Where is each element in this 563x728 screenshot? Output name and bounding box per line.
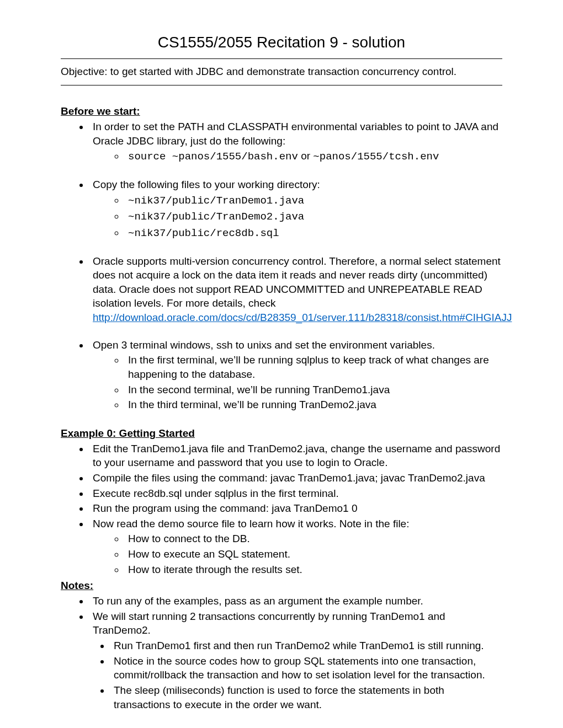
heading-notes: Notes: bbox=[61, 579, 502, 593]
before-item-2-sub-3: ~nik37/public/rec8db.sql bbox=[125, 226, 502, 241]
before-item-4-sub-3: In the third terminal, we’ll be running … bbox=[125, 398, 502, 412]
file-1: ~nik37/public/TranDemo1.java bbox=[128, 195, 304, 207]
example0-item-4: Run the program using the command: java … bbox=[89, 501, 502, 516]
notes-item-2: We will start running 2 transactions con… bbox=[89, 609, 502, 711]
before-item-2-sub-1: ~nik37/public/TranDemo1.java bbox=[125, 193, 502, 208]
oracle-link[interactable]: http://download.oracle.com/docs/cd/B2835… bbox=[93, 312, 512, 323]
objective-text: Objective: to get started with JDBC and … bbox=[61, 65, 502, 79]
notes-item-2-sub-3: The sleep (miliseconds) function is used… bbox=[110, 683, 502, 711]
source-prefix: source bbox=[128, 151, 172, 163]
before-item-1-sub: source ~panos/1555/bash.env or ~panos/15… bbox=[93, 149, 502, 164]
before-list-3: Oracle supports multi-version concurrenc… bbox=[61, 254, 502, 325]
file-2: ~nik37/public/TranDemo2.java bbox=[128, 211, 304, 223]
notes-item-1: To run any of the examples, pass as an a… bbox=[89, 594, 502, 608]
example0-item-3: Execute rec8db.sql under sqlplus in the … bbox=[89, 486, 502, 501]
example0-item-5-text: Now read the demo source file to learn h… bbox=[93, 518, 409, 529]
source-code-2: ~panos/1555/tcsh.env bbox=[313, 151, 439, 163]
before-item-1-sub-1: source ~panos/1555/bash.env or ~panos/15… bbox=[125, 149, 502, 164]
example0-item-5-sub: How to connect to the DB. How to execute… bbox=[93, 532, 502, 576]
page: CS1555/2055 Recitation 9 - solution Obje… bbox=[0, 0, 563, 728]
example0-item-2: Compile the files using the command: jav… bbox=[89, 471, 502, 485]
notes-item-2-sub-1: Run TranDemo1 first and then run TranDem… bbox=[110, 639, 502, 653]
example0-list: Edit the TranDemo1.java file and TranDem… bbox=[61, 442, 502, 577]
before-item-2-sub-2: ~nik37/public/TranDemo2.java bbox=[125, 209, 502, 224]
before-item-2-sub: ~nik37/public/TranDemo1.java ~nik37/publ… bbox=[93, 193, 502, 241]
heading-before: Before we start: bbox=[61, 104, 502, 119]
heading-example0: Example 0: Getting Started bbox=[61, 426, 502, 441]
before-item-4-text: Open 3 terminal windows, ssh to unixs an… bbox=[93, 339, 435, 351]
source-mid: or bbox=[298, 150, 313, 162]
before-item-4-sub: In the first terminal, we’ll be running … bbox=[93, 353, 502, 412]
before-item-1: In order to set the PATH and CLASSPATH e… bbox=[89, 120, 502, 164]
example0-item-1: Edit the TranDemo1.java file and TranDem… bbox=[89, 442, 502, 470]
example0-item-5-sub-3: How to iterate through the results set. bbox=[125, 563, 502, 577]
before-list-4: Open 3 terminal windows, ssh to unixs an… bbox=[61, 338, 502, 412]
notes-item-2-text: We will start running 2 transactions con… bbox=[93, 611, 445, 636]
file-3: ~nik37/public/rec8db.sql bbox=[128, 227, 279, 239]
before-list-2: Copy the following files to your working… bbox=[61, 178, 502, 241]
before-item-2: Copy the following files to your working… bbox=[89, 178, 502, 241]
notes-list: To run any of the examples, pass as an a… bbox=[61, 594, 502, 711]
rule-under-objective bbox=[61, 85, 502, 85]
before-item-3-text: Oracle supports multi-version concurrenc… bbox=[93, 255, 501, 309]
notes-item-2-sub: Run TranDemo1 first and then run TranDem… bbox=[93, 639, 502, 711]
before-item-4-sub-1: In the first terminal, we’ll be running … bbox=[125, 353, 502, 381]
rule-top bbox=[61, 58, 502, 59]
example0-item-5-sub-1: How to connect to the DB. bbox=[125, 532, 502, 546]
source-code-1: ~panos/1555/bash.env bbox=[172, 151, 298, 163]
before-item-2-text: Copy the following files to your working… bbox=[93, 179, 320, 190]
before-item-4-sub-2: In the second terminal, we’ll be running… bbox=[125, 383, 502, 397]
before-item-4: Open 3 terminal windows, ssh to unixs an… bbox=[89, 338, 502, 412]
before-list: In order to set the PATH and CLASSPATH e… bbox=[61, 120, 502, 164]
example0-item-5: Now read the demo source file to learn h… bbox=[89, 517, 502, 577]
notes-item-2-sub-2: Notice in the source codes how to group … bbox=[110, 654, 502, 682]
before-item-3: Oracle supports multi-version concurrenc… bbox=[89, 254, 502, 325]
before-item-1-text: In order to set the PATH and CLASSPATH e… bbox=[93, 121, 498, 147]
example0-item-5-sub-2: How to execute an SQL statement. bbox=[125, 547, 502, 561]
page-title: CS1555/2055 Recitation 9 - solution bbox=[61, 32, 502, 53]
